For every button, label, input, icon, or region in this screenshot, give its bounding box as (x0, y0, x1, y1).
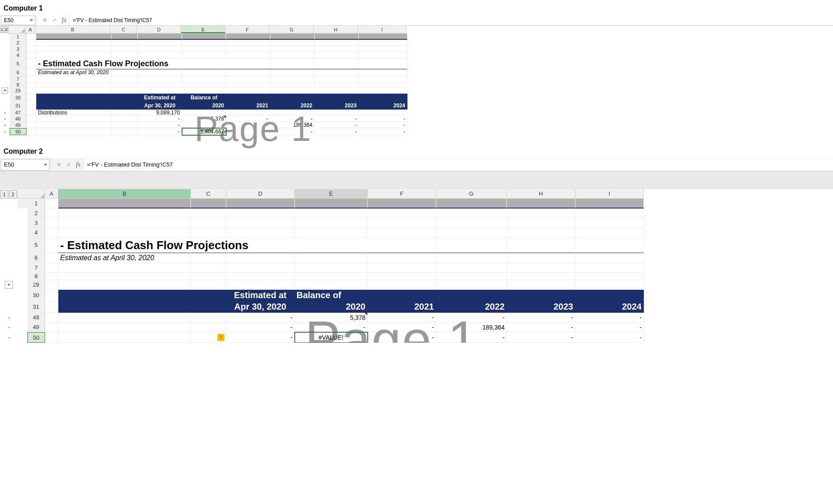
col-header-A[interactable]: A (26, 26, 35, 33)
row-header[interactable]: 48 (27, 313, 45, 322)
col-header-C[interactable]: C (191, 189, 226, 198)
data-cell[interactable]: - (436, 313, 507, 322)
data-cell[interactable]: - (368, 322, 436, 332)
row-header[interactable]: 5 (27, 238, 45, 253)
col-header-D[interactable]: D (226, 189, 295, 198)
data-cell[interactable]: 5,378 (182, 116, 226, 122)
col-header-B[interactable]: B (58, 189, 191, 198)
row-header[interactable]: 31 (27, 301, 45, 313)
data-cell[interactable]: - (507, 322, 575, 332)
col-header-F[interactable]: F (225, 26, 270, 33)
data-cell[interactable]: - (359, 128, 407, 135)
row-header[interactable]: 8 (27, 273, 45, 280)
data-cell[interactable]: - (138, 122, 182, 128)
col-header-B[interactable]: B (35, 26, 110, 33)
row-header[interactable]: 30 (10, 94, 27, 102)
col-header-I[interactable]: I (575, 189, 644, 198)
outline-level-2[interactable]: 2 (5, 27, 8, 33)
col-header-E[interactable]: E (181, 26, 225, 33)
row-header[interactable]: 1 (10, 34, 27, 40)
cancel-formula-button[interactable]: ✕ (40, 15, 49, 25)
row-header[interactable]: 7 (10, 76, 27, 82)
col-header-F[interactable]: F (368, 189, 436, 198)
data-cell[interactable]: - (436, 332, 507, 343)
col-header-H[interactable]: H (314, 26, 358, 33)
error-indicator-icon[interactable]: ! (217, 334, 224, 341)
data-cell[interactable]: - (507, 313, 575, 322)
row-header[interactable]: 7 (27, 263, 45, 273)
data-cell[interactable]: - (182, 122, 226, 128)
data-cell[interactable]: - (315, 122, 359, 128)
row-header[interactable]: 48 (10, 116, 27, 122)
data-cell[interactable]: 189,364 (436, 322, 507, 332)
data-cell[interactable]: 9,089,170 (138, 110, 182, 116)
outline-level-2[interactable]: 2 (9, 190, 17, 198)
formula-input[interactable] (83, 159, 833, 171)
col-header-D[interactable]: D (137, 26, 181, 33)
data-cell[interactable]: - (270, 128, 315, 135)
data-cell[interactable]: - (226, 128, 270, 135)
data-cell[interactable]: - (359, 122, 407, 128)
data-cell[interactable]: - (226, 116, 270, 122)
col-header-H[interactable]: H (507, 189, 575, 198)
data-cell[interactable]: - (507, 332, 575, 343)
row-header[interactable]: 3 (27, 218, 45, 228)
fx-button[interactable]: fx (59, 17, 69, 24)
row-header[interactable]: 49 (27, 322, 45, 332)
row-header[interactable]: 31 (10, 102, 27, 110)
name-box[interactable]: E50 (1, 15, 35, 25)
data-cell[interactable]: - (315, 116, 359, 122)
data-cell[interactable]: - (315, 128, 359, 135)
outline-level-1[interactable]: 1 (0, 190, 8, 198)
select-all-triangle[interactable] (40, 194, 44, 198)
data-cell[interactable]: - (368, 313, 436, 322)
data-cell[interactable]: - (575, 322, 644, 332)
outline-level-1[interactable]: 1 (0, 27, 4, 33)
row-header[interactable]: 30 (27, 290, 45, 301)
formula-input[interactable] (69, 15, 833, 25)
row-header[interactable]: 50 (27, 332, 45, 343)
col-header-E[interactable]: E (295, 189, 368, 198)
data-cell[interactable]: - (359, 116, 407, 122)
data-cell[interactable]: Distributions (36, 110, 111, 116)
row-header[interactable]: 29 (10, 87, 27, 94)
row-header[interactable]: 4 (10, 52, 27, 58)
row-header[interactable]: 3 (10, 46, 27, 52)
row-header[interactable]: 5 (10, 58, 27, 69)
data-cell[interactable]: - (295, 322, 368, 332)
data-cell[interactable]: - (138, 128, 182, 135)
accept-formula-button[interactable]: ✓ (64, 160, 73, 170)
data-cell[interactable]: !- (226, 332, 295, 343)
row-header[interactable]: 47 (10, 110, 27, 116)
active-cell[interactable]: #VALUE! (295, 332, 368, 343)
name-box[interactable]: E50 (1, 159, 49, 171)
row-header[interactable]: 2 (27, 208, 45, 218)
select-all-triangle[interactable] (21, 29, 25, 33)
data-cell[interactable]: - (575, 332, 644, 343)
row-header[interactable]: 50 (10, 128, 27, 135)
data-cell[interactable]: - (575, 313, 644, 322)
row-header[interactable]: 29 (27, 280, 45, 290)
row-header[interactable]: 6 (10, 69, 27, 76)
data-cell[interactable]: - (226, 122, 270, 128)
data-cell[interactable]: - (270, 116, 315, 122)
col-header-A[interactable]: A (45, 189, 58, 198)
col-header-G[interactable]: G (270, 26, 314, 33)
col-header-G[interactable]: G (436, 189, 507, 198)
data-cell[interactable]: 189,364 (270, 122, 315, 128)
row-header[interactable]: 8 (10, 82, 27, 87)
data-cell[interactable]: - (138, 116, 182, 122)
row-header[interactable]: 6 (27, 253, 45, 263)
active-cell[interactable]: 1,404,667 (182, 128, 226, 135)
row-header[interactable]: 49 (10, 122, 27, 128)
data-cell[interactable]: - (226, 313, 295, 322)
row-header[interactable]: 1 (27, 199, 45, 208)
col-header-I[interactable]: I (358, 26, 407, 33)
cancel-formula-button[interactable]: ✕ (54, 160, 64, 170)
outline-expand-button[interactable]: + (2, 87, 8, 94)
row-header[interactable]: 2 (10, 40, 27, 46)
data-cell[interactable]: - (226, 322, 295, 332)
accept-formula-button[interactable]: ✓ (49, 15, 59, 25)
data-cell[interactable]: - (368, 332, 436, 343)
col-header-C[interactable]: C (110, 26, 137, 33)
